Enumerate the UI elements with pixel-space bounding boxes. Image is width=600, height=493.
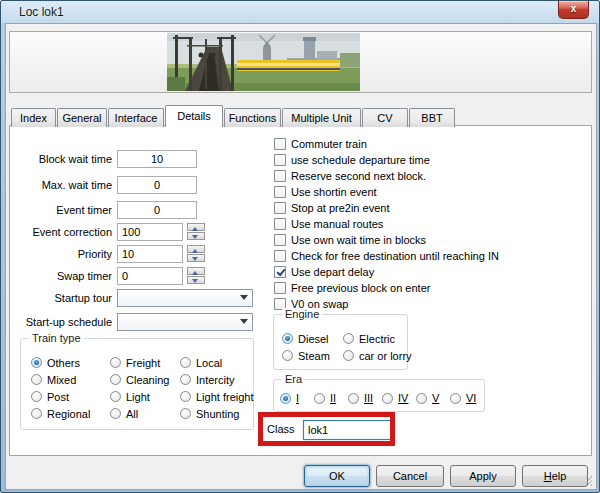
checkbox-commuter-train[interactable]: Commuter train (274, 136, 499, 152)
radio-steam[interactable]: Steam (282, 347, 343, 364)
radio-label: Steam (298, 350, 330, 362)
spin-down-icon[interactable] (187, 254, 205, 262)
radio-label: V (432, 392, 439, 404)
close-button[interactable]: x (558, 1, 589, 19)
checkbox-reserve-second-next-block[interactable]: Reserve second next block. (274, 168, 499, 184)
startup-tour-dropdown[interactable] (117, 289, 253, 307)
checkbox-icon (274, 186, 286, 198)
radio-era-2[interactable]: II (314, 392, 348, 404)
engine-group: Engine Diesel Electric Steam car or lorr… (273, 314, 408, 370)
priority-input[interactable] (117, 245, 183, 263)
checkbox-icon (274, 154, 286, 166)
event-correction-input[interactable] (117, 223, 183, 241)
radio-icon (31, 408, 42, 419)
radio-others[interactable]: Others (31, 354, 110, 371)
radio-icon (416, 393, 427, 404)
chevron-down-icon (240, 319, 248, 328)
radio-icon (180, 374, 191, 385)
radio-electric[interactable]: Electric (343, 330, 412, 347)
titlebar[interactable]: Loc lok1 x (1, 1, 599, 23)
startup-tour-label: Startup tour (10, 291, 112, 305)
radio-label: Others (47, 357, 80, 369)
class-input[interactable] (303, 420, 392, 440)
help-button[interactable]: Help (522, 465, 588, 487)
radio-era-1[interactable]: I (280, 392, 314, 404)
checkbox-icon (274, 266, 286, 278)
checkbox-use-manual-routes[interactable]: Use manual routes (274, 216, 499, 232)
spin-up-icon[interactable] (187, 223, 205, 231)
checkbox-use-depart-delay[interactable]: Use depart delay (274, 264, 499, 280)
tab-index[interactable]: Index (11, 108, 56, 127)
cancel-button[interactable]: Cancel (376, 465, 444, 487)
options-checkbox-column: Commuter train use schedule departure ti… (274, 136, 499, 312)
train-type-options: Others Freight Local Mixed Cleaning Inte… (21, 339, 253, 422)
max-wait-time-input[interactable] (117, 176, 197, 194)
radio-label: III (364, 392, 373, 404)
radio-label: Diesel (298, 333, 329, 345)
ok-button[interactable]: OK (304, 465, 370, 487)
radio-light-freight[interactable]: Light freight (180, 388, 253, 405)
swap-timer-input[interactable] (117, 267, 183, 285)
checkbox-label: Use shortin event (291, 186, 377, 198)
radio-era-3[interactable]: III (348, 392, 382, 404)
radio-label: Cleaning (126, 374, 169, 386)
train-type-group: Train type Others Freight Local Mixed Cl… (20, 338, 254, 430)
priority-spinner[interactable] (187, 245, 205, 263)
startup-schedule-label: Start-up schedule (10, 315, 112, 329)
tab-cv[interactable]: CV (362, 108, 408, 127)
checkbox-icon (274, 202, 286, 214)
spin-down-icon[interactable] (187, 276, 205, 284)
block-wait-time-input[interactable] (117, 150, 197, 168)
swap-timer-label: Swap timer (10, 269, 112, 283)
checkbox-stop-at-pre2in-event[interactable]: Stop at pre2in event (274, 200, 499, 216)
event-correction-spinner[interactable] (187, 223, 205, 241)
radio-shunting[interactable]: Shunting (180, 405, 253, 422)
checkbox-use-schedule-departure-time[interactable]: use schedule departure time (274, 152, 499, 168)
radio-light[interactable]: Light (110, 388, 180, 405)
radio-post[interactable]: Post (31, 388, 110, 405)
startup-schedule-dropdown[interactable] (117, 313, 253, 331)
radio-regional[interactable]: Regional (31, 405, 110, 422)
max-wait-time-label: Max. wait time (10, 178, 112, 192)
radio-car-or-lorry[interactable]: car or lorry (343, 347, 412, 364)
radio-label: Mixed (47, 374, 76, 386)
event-timer-input[interactable] (117, 201, 197, 219)
checkbox-icon (274, 250, 286, 262)
close-icon: x (571, 3, 577, 14)
radio-label: I (296, 392, 299, 404)
radio-local[interactable]: Local (180, 354, 253, 371)
checkbox-free-previous-block[interactable]: Free previous block on enter (274, 280, 499, 296)
radio-mixed[interactable]: Mixed (31, 371, 110, 388)
radio-era-5[interactable]: V (416, 392, 450, 404)
checkbox-label: use schedule departure time (291, 154, 430, 166)
block-wait-time-label: Block wait time (10, 152, 112, 166)
radio-icon (110, 357, 121, 368)
radio-era-6[interactable]: VI (450, 392, 484, 404)
spin-up-icon[interactable] (187, 245, 205, 253)
tab-details[interactable]: Details (165, 105, 223, 127)
radio-cleaning[interactable]: Cleaning (110, 371, 180, 388)
swap-timer-spinner[interactable] (187, 267, 205, 285)
checkbox-use-shortin-event[interactable]: Use shortin event (274, 184, 499, 200)
radio-icon (282, 333, 293, 344)
checkbox-check-free-destination[interactable]: Check for free destination until reachin… (274, 248, 499, 264)
tab-label: Multiple Unit (291, 112, 352, 124)
tab-bbt[interactable]: BBT (409, 108, 455, 127)
radio-diesel[interactable]: Diesel (282, 330, 343, 347)
checkbox-icon (274, 234, 286, 246)
radio-label: Intercity (196, 374, 235, 386)
radio-era-4[interactable]: IV (382, 392, 416, 404)
apply-button[interactable]: Apply (450, 465, 516, 487)
radio-all[interactable]: All (110, 405, 180, 422)
radio-intercity[interactable]: Intercity (180, 371, 253, 388)
tab-interface[interactable]: Interface (108, 108, 164, 127)
checkbox-use-own-wait-time[interactable]: Use own wait time in blocks (274, 232, 499, 248)
spin-up-icon[interactable] (187, 267, 205, 275)
spin-down-icon[interactable] (187, 232, 205, 240)
radio-freight[interactable]: Freight (110, 354, 180, 371)
checkbox-icon (274, 282, 286, 294)
tab-general[interactable]: General (57, 108, 107, 127)
checkbox-label: Use depart delay (291, 266, 374, 278)
tab-multiple-unit[interactable]: Multiple Unit (282, 108, 361, 127)
tab-functions[interactable]: Functions (224, 108, 281, 127)
